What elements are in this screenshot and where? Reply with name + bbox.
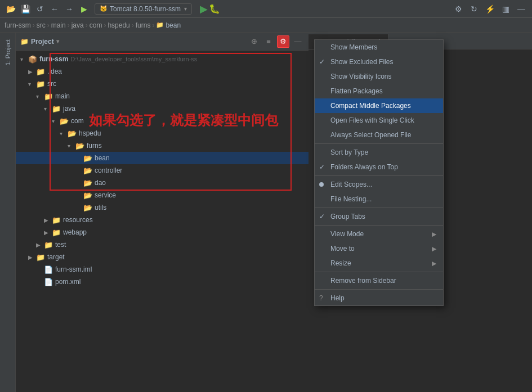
- tree-item-resources[interactable]: ▶ 📁 resources: [16, 214, 309, 226]
- debug-button[interactable]: 🐛: [209, 3, 220, 14]
- file-pom-icon: 📄: [44, 278, 53, 286]
- menu-show-members-label: Show Members: [330, 43, 377, 51]
- back-icon[interactable]: ←: [48, 3, 61, 15]
- package-furns-icon: 📂: [75, 142, 84, 150]
- breadcrumb-com[interactable]: com: [90, 21, 102, 29]
- breadcrumb-hspedu[interactable]: hspedu: [108, 21, 129, 29]
- tree-item-idea[interactable]: ▶ 📁 .idea: [16, 65, 309, 78]
- minimize-panel-button[interactable]: —: [292, 35, 304, 48]
- collapse-button[interactable]: ≡: [262, 35, 275, 48]
- menu-open-single-click[interactable]: Open Files with Single Click: [315, 113, 443, 128]
- folder-resources-icon: 📁: [52, 216, 61, 224]
- menu-divider-4: [315, 225, 443, 226]
- check-group-tabs-icon: ✓: [319, 213, 325, 220]
- menu-show-visibility-icons[interactable]: Show Visibility Icons: [315, 69, 443, 84]
- menu-move-to-label: Move to: [330, 245, 355, 253]
- tree-item-main[interactable]: ▾ 📁 main: [16, 90, 309, 102]
- add-action-button[interactable]: ⊕: [248, 35, 260, 48]
- menu-compact-label: Compact Middle Packages: [330, 102, 411, 110]
- folder-java-icon: 📁: [52, 105, 61, 113]
- tree-item-webapp[interactable]: ▶ 📁 webapp: [16, 226, 309, 238]
- folder-target-icon: 📁: [36, 253, 45, 262]
- update-icon[interactable]: ↻: [468, 3, 480, 15]
- tree-item-furns[interactable]: ▾ 📂 furns: [16, 139, 309, 152]
- tree-item-src[interactable]: ▾ 📁 src: [16, 78, 309, 90]
- menu-resize[interactable]: Resize ▶: [315, 256, 443, 271]
- breadcrumb-bean[interactable]: bean: [166, 21, 181, 29]
- folder-breadcrumb-icon: 📁: [156, 21, 164, 29]
- panel-header-actions: ⊕ ≡ ⚙ —: [248, 35, 304, 48]
- breadcrumb-furns[interactable]: furns: [136, 21, 151, 29]
- menu-flatten-label: Flatten Packages: [330, 87, 383, 95]
- gear-settings-button[interactable]: ⚙: [277, 35, 289, 48]
- menu-file-nesting[interactable]: File Nesting...: [315, 192, 443, 206]
- side-rail: 1: Project: [0, 33, 16, 392]
- module-icon: 📦: [28, 55, 37, 64]
- menu-show-excluded-files[interactable]: ✓ Show Excluded Files: [315, 55, 443, 69]
- panel-title-area: 📁 Project ▾: [20, 38, 59, 46]
- tree-item-controller[interactable]: 📂 controller: [16, 164, 309, 177]
- tree-item-iml[interactable]: 📄 furn-ssm.iml: [16, 263, 309, 276]
- menu-file-nesting-label: File Nesting...: [330, 195, 372, 203]
- panel-dropdown-icon[interactable]: ▾: [56, 38, 59, 44]
- toolbar: 📂 💾 ↺ ← → ▶ 🐱 Tomcat 8.0.50-furn-ssm ▾ ▶…: [0, 0, 532, 18]
- breadcrumb-main[interactable]: main: [51, 21, 66, 29]
- menu-compact-middle-packages[interactable]: Compact Middle Packages: [315, 98, 443, 113]
- menu-edit-scopes[interactable]: Edit Scopes...: [315, 177, 443, 192]
- tree-item-service[interactable]: 📂 service: [16, 189, 309, 201]
- menu-help[interactable]: ? Help: [315, 291, 443, 305]
- breadcrumb-java[interactable]: java: [71, 21, 84, 29]
- folder-test-icon: 📁: [44, 241, 53, 249]
- tree-item-furn-ssm[interactable]: ▾ 📦 furn-ssm D:\Java_developer_tools\ssm…: [16, 53, 309, 65]
- tree-item-target[interactable]: ▶ 📁 target: [16, 251, 309, 263]
- menu-remove-from-sidebar[interactable]: Remove from Sidebar: [315, 273, 443, 288]
- menu-show-members[interactable]: Show Members: [315, 40, 443, 55]
- menu-always-select-label: Always Select Opened File: [330, 131, 411, 139]
- submenu-arrow-resize-icon: ▶: [432, 260, 436, 267]
- toolbar-right: ⚙ ↻ ⚡ ▥ —: [452, 3, 527, 15]
- tree-item-pom[interactable]: 📄 pom.xml: [16, 276, 309, 288]
- package-com-icon: 📂: [60, 117, 69, 125]
- menu-move-to[interactable]: Move to ▶: [315, 241, 443, 256]
- tree-item-test[interactable]: ▶ 📁 test: [16, 238, 309, 251]
- menu-divider-6: [315, 289, 443, 290]
- menu-folders-on-top[interactable]: ✓ Folders Always on Top: [315, 160, 443, 174]
- menu-group-tabs-label: Group Tabs: [330, 213, 365, 220]
- check-show-excluded-icon: ✓: [319, 58, 325, 66]
- folder-webapp-icon: 📁: [52, 228, 61, 237]
- run-config-selector[interactable]: 🐱 Tomcat 8.0.50-furn-ssm ▾: [95, 3, 192, 15]
- open-file-icon[interactable]: 📂: [5, 3, 17, 15]
- breadcrumb-furn-ssm[interactable]: furn-ssm: [5, 21, 31, 29]
- package-controller-icon: 📂: [83, 166, 92, 175]
- menu-show-visibility-label: Show Visibility Icons: [330, 73, 392, 80]
- git-icon[interactable]: ⚡: [484, 3, 496, 15]
- run-button[interactable]: ▶: [200, 3, 208, 15]
- menu-folders-label: Folders Always on Top: [330, 163, 398, 171]
- minimize-icon[interactable]: —: [515, 3, 527, 15]
- tomcat-icon: 🐱: [100, 5, 108, 12]
- menu-sort-by-type[interactable]: Sort by Type: [315, 145, 443, 160]
- menu-flatten-packages[interactable]: Flatten Packages: [315, 84, 443, 98]
- tree-item-bean[interactable]: 📂 bean: [16, 152, 309, 164]
- save-icon[interactable]: 💾: [19, 3, 32, 15]
- tree-item-dao[interactable]: 📂 dao: [16, 177, 309, 189]
- build-icon[interactable]: ▶: [78, 3, 90, 15]
- menu-group-tabs[interactable]: ✓ Group Tabs: [315, 209, 443, 224]
- folder-idea-icon: 📁: [36, 67, 45, 76]
- menu-view-mode[interactable]: View Mode ▶: [315, 227, 443, 241]
- folder-src-icon: 📁: [36, 80, 45, 88]
- menu-always-select-opened[interactable]: Always Select Opened File: [315, 128, 443, 142]
- check-folders-icon: ✓: [319, 163, 325, 171]
- sidebar-project-label[interactable]: 1: Project: [5, 39, 11, 65]
- radio-edit-scopes-icon: [319, 182, 324, 187]
- package-dao-icon: 📂: [83, 179, 92, 187]
- menu-divider-2: [315, 175, 443, 176]
- menu-edit-scopes-label: Edit Scopes...: [330, 181, 372, 188]
- tree-item-utils[interactable]: 📂 utils: [16, 201, 309, 214]
- settings-icon[interactable]: ⚙: [452, 3, 464, 15]
- refresh-icon[interactable]: ↺: [34, 3, 46, 15]
- menu-open-single-label: Open Files with Single Click: [330, 116, 414, 124]
- forward-icon[interactable]: →: [63, 3, 75, 15]
- terminal-icon[interactable]: ▥: [499, 3, 512, 15]
- breadcrumb-src[interactable]: src: [37, 21, 46, 29]
